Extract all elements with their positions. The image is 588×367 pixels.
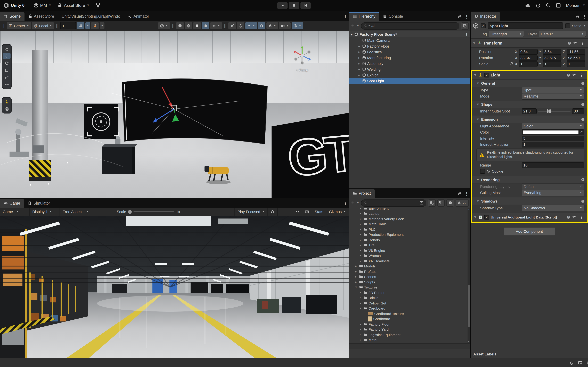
hierarchy-item[interactable]: ▸Factory Floor — [349, 43, 470, 49]
section-emission[interactable]: ▼Emission — [472, 116, 587, 123]
gizmos-dropdown[interactable]: Gizmos▼ — [326, 208, 349, 216]
project-item[interactable]: ▸Scenes — [349, 274, 470, 279]
scroll-down-icon[interactable]: ▼ — [467, 341, 470, 343]
eyedropper-icon[interactable] — [579, 130, 583, 134]
kebab-menu-icon[interactable]: ⋮ — [578, 73, 585, 78]
expand-arrow-icon[interactable]: ▸ — [359, 208, 362, 210]
expand-arrow-icon[interactable]: ▸ — [359, 328, 362, 331]
tab-animator[interactable]: Animator — [124, 12, 153, 21]
name-field[interactable]: Spot Light — [488, 22, 563, 29]
project-item[interactable]: ▸Wrench — [349, 253, 470, 258]
expand-arrow-icon[interactable]: ▸ — [359, 222, 362, 226]
expand-arrow-icon[interactable]: ▸ — [357, 73, 361, 77]
kebab-menu-icon[interactable]: ⋮ — [463, 191, 470, 196]
help-icon[interactable] — [566, 215, 570, 219]
project-item[interactable]: ▸Caliper Set — [349, 300, 470, 306]
hierarchy-item[interactable]: ▸Assembly — [349, 60, 470, 66]
expand-arrow-icon[interactable]: ▸ — [359, 338, 362, 342]
help-icon[interactable] — [581, 117, 585, 121]
snap-settings-dropdown[interactable]: ▼ — [100, 22, 104, 29]
chat-icon[interactable] — [578, 360, 583, 365]
section-rendering[interactable]: ▼Rendering — [472, 176, 587, 184]
expand-arrow-icon[interactable]: ▸ — [359, 238, 362, 242]
project-item[interactable]: ▸V8 Engine — [349, 248, 470, 253]
light-tool-button[interactable] — [3, 99, 10, 105]
indirect-multiplier-field[interactable]: 1 — [522, 142, 584, 147]
scale-slider[interactable]: Scale 1x — [114, 208, 183, 216]
expand-arrow-icon[interactable]: ▸ — [359, 228, 362, 231]
static-dropdown-icon[interactable]: ▼ — [583, 24, 586, 27]
expand-arrow-icon[interactable]: ▸ — [359, 254, 362, 257]
open-window-icon[interactable] — [420, 201, 424, 205]
fold-arrow[interactable]: ▼ — [474, 73, 477, 77]
filter-by-label-button[interactable] — [437, 199, 445, 206]
preset-icon[interactable] — [572, 73, 576, 77]
layout-icon[interactable] — [556, 3, 561, 8]
scene-root-row[interactable]: ▾ Factory Floor Scene* ⋮ — [349, 31, 470, 37]
kebab-menu-icon[interactable]: ⋮ — [342, 14, 349, 19]
project-item[interactable]: ▸Tire — [349, 242, 470, 248]
grid-snap-dropdown[interactable]: ▼ — [86, 22, 90, 29]
section-shape[interactable]: ▼Shape — [472, 100, 587, 108]
layers-dropdown[interactable]: ▼ — [267, 22, 278, 29]
asset-store-menu[interactable]: Asset Store ▼ — [54, 0, 93, 11]
scroll-up-icon[interactable]: ▲ — [467, 209, 470, 211]
hierarchy-search-input[interactable]: ▼ All — [361, 22, 459, 29]
project-item[interactable]: ▸Robots — [349, 237, 470, 242]
tab-project[interactable]: Project — [349, 189, 375, 198]
project-item[interactable]: ▸Factory Yard — [349, 327, 470, 332]
project-scrollbar[interactable]: ▲ ▼ — [467, 208, 470, 343]
workspace-menu[interactable]: MM ▼ — [31, 0, 54, 11]
expand-arrow-icon[interactable]: ▸ — [359, 243, 362, 247]
chevron-down-icon[interactable]: ▼ — [357, 25, 359, 27]
transform-tool-button[interactable] — [3, 81, 10, 88]
outer-spot-field[interactable]: 30 — [572, 108, 584, 114]
expand-arrow-icon[interactable]: ▸ — [359, 323, 362, 326]
drag-handle[interactable]: ∥ — [1, 23, 6, 28]
expand-arrow-icon[interactable]: ▾ — [354, 286, 358, 289]
help-icon[interactable] — [566, 73, 570, 77]
drag-handle[interactable]: ∥ — [55, 23, 59, 28]
project-item[interactable]: ▸Factory Floor — [349, 321, 470, 327]
project-item[interactable]: ▸PLC — [349, 227, 470, 232]
visibility-toggle[interactable] — [258, 22, 265, 29]
expand-arrow-icon[interactable]: ▸ — [354, 270, 358, 273]
aspect-dropdown[interactable]: Free Aspect▼ — [60, 208, 114, 216]
cookie-checkbox[interactable] — [480, 169, 485, 174]
snap-increment-field[interactable]: 1 — [60, 22, 76, 29]
kebab-menu-icon[interactable]: ⋮ — [581, 14, 588, 19]
project-item[interactable]: ▾Cardboard — [349, 306, 470, 311]
expand-arrow-icon[interactable]: ▸ — [359, 301, 362, 305]
drag-handle[interactable]: ∥ — [223, 23, 227, 28]
expand-arrow-icon[interactable]: ▾ — [359, 307, 362, 310]
axis-value-field[interactable]: 33.341 — [519, 55, 537, 61]
expand-arrow-icon[interactable]: ▸ — [357, 67, 361, 71]
tag-dropdown[interactable]: Untagged▼ — [489, 31, 524, 37]
script-component-header[interactable]: ▼ ✓ Universal Additional Light Data (Scr… — [472, 213, 587, 222]
link-broken-icon[interactable] — [509, 62, 513, 66]
axis-value-field[interactable]: 1 — [567, 61, 585, 67]
project-item[interactable]: ▸Materials Variety Pack — [349, 216, 470, 221]
kebab-menu-icon[interactable]: ⋮ — [342, 201, 349, 206]
help-icon[interactable] — [581, 102, 585, 106]
axis-value-field[interactable]: 3.54 — [543, 49, 562, 55]
audio-toggle[interactable] — [237, 22, 244, 29]
open-window-button[interactable] — [461, 22, 468, 29]
color-field[interactable] — [522, 129, 584, 135]
project-item[interactable]: ▸Models — [349, 264, 470, 269]
asset-labels-section[interactable]: Asset Labels — [471, 350, 588, 358]
section-general[interactable]: ▼General — [472, 80, 587, 87]
project-item[interactable]: ▸Scripts — [349, 279, 470, 284]
axis-value-field[interactable]: -11.56 — [567, 49, 585, 55]
axis-value-field[interactable]: 1 — [543, 61, 562, 67]
expand-arrow-icon[interactable]: ▸ — [359, 249, 362, 252]
tab-graph-window[interactable]: Unity.VisualScripting.GraphWindo — [58, 12, 124, 21]
project-item[interactable]: ▸Laptop — [349, 211, 470, 216]
fold-arrow[interactable]: ▼ — [473, 42, 476, 45]
expand-arrow-icon[interactable]: ▸ — [357, 44, 361, 48]
gizmos-dropdown[interactable]: ▼ — [291, 22, 303, 29]
kebab-menu-icon[interactable]: ⋮ — [463, 32, 470, 37]
project-item[interactable]: ▸Logistics Equipment — [349, 332, 470, 337]
expand-arrow-icon[interactable]: ▸ — [359, 259, 362, 263]
scale-tool-button[interactable] — [3, 74, 10, 81]
